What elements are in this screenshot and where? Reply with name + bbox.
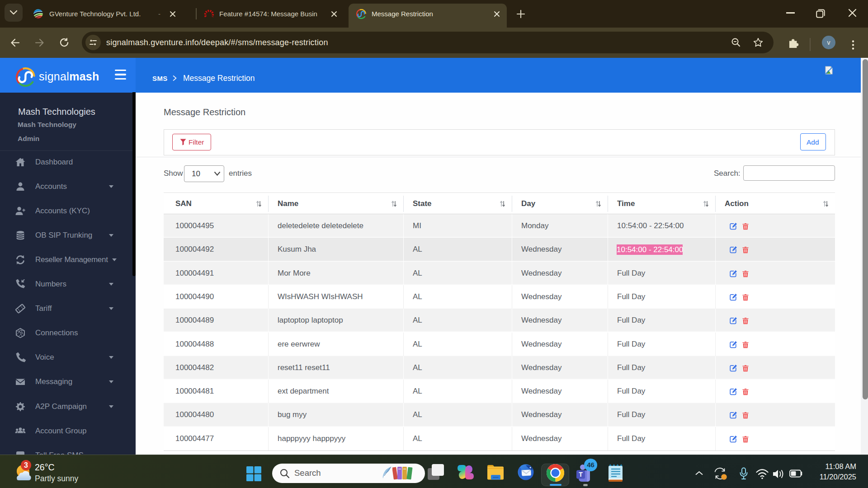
svg-text:3: 3 <box>24 461 28 469</box>
svg-text:T: T <box>579 471 583 478</box>
